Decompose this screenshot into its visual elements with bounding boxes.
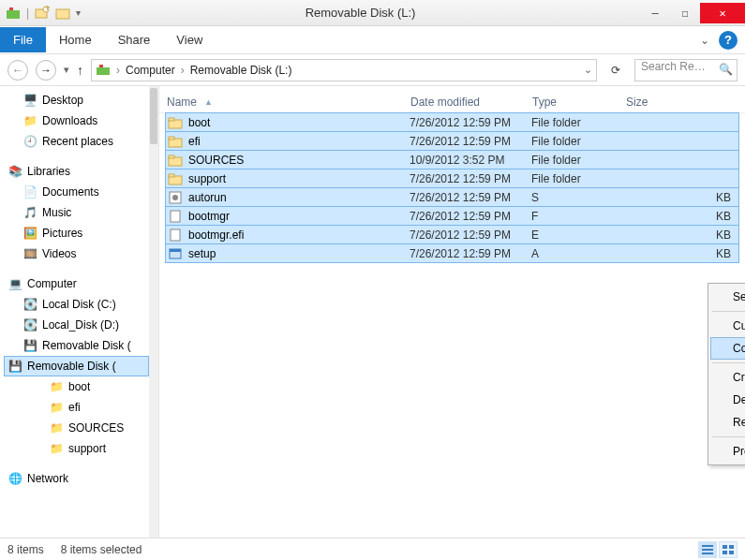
help-button[interactable]: ? xyxy=(719,31,738,50)
up-button[interactable]: ↑ xyxy=(77,63,83,78)
nav-music[interactable]: 🎵Music xyxy=(4,202,149,223)
svg-rect-19 xyxy=(171,229,180,241)
search-icon: 🔍 xyxy=(719,63,733,76)
nav-documents[interactable]: 📄Documents xyxy=(4,182,149,202)
back-button[interactable]: ← xyxy=(7,60,28,81)
nav-folder-support[interactable]: 📁support xyxy=(4,438,149,459)
file-row[interactable]: boot7/26/2012 12:59 PMFile folder xyxy=(165,112,739,132)
nav-scrollbar[interactable] xyxy=(149,86,158,538)
maximize-button[interactable]: ☐ xyxy=(670,3,700,23)
col-date[interactable]: Date modified xyxy=(410,92,532,112)
svg-rect-0 xyxy=(7,10,20,19)
status-bar: 8 items 8 items selected xyxy=(0,538,745,560)
ribbon: File Home Share View ⌄ ? xyxy=(0,26,745,54)
address-bar: ← → ▾ ↑ › Computer › Removable Disk (L:)… xyxy=(0,54,745,86)
drive-icon: 💽 xyxy=(22,297,37,312)
computer-icon: 💻 xyxy=(7,276,22,291)
address-dropdown-icon[interactable]: ⌄ xyxy=(584,64,592,76)
nav-local-disk-d[interactable]: 💽Local_Disk (D:) xyxy=(4,315,149,335)
history-dropdown-icon[interactable]: ▾ xyxy=(64,64,69,76)
nav-removable-1[interactable]: 💾Removable Disk ( xyxy=(4,335,149,356)
svg-rect-26 xyxy=(729,545,734,549)
column-headers: Name▲ Date modified Type Size xyxy=(159,86,745,113)
nav-desktop[interactable]: 🖥️Desktop xyxy=(4,90,149,111)
sort-asc-icon: ▲ xyxy=(204,97,213,107)
chevron-right-icon[interactable]: › xyxy=(181,64,185,77)
view-icons-button[interactable] xyxy=(719,541,738,558)
col-size[interactable]: Size xyxy=(626,92,738,112)
svg-text:+: + xyxy=(44,6,50,14)
menu-create-shortcut[interactable]: Create shortcut xyxy=(710,366,745,389)
menu-send-to[interactable]: Send to▶ xyxy=(710,286,745,308)
file-type: A xyxy=(531,247,625,260)
breadcrumb[interactable]: › Computer › Removable Disk (L:) ⌄ xyxy=(91,59,597,81)
menu-separator xyxy=(712,311,745,312)
file-row[interactable]: SOURCES10/9/2012 3:52 PMFile folder xyxy=(165,150,739,169)
svg-rect-23 xyxy=(702,549,713,551)
status-item-count: 8 items xyxy=(7,543,44,556)
folder-icon xyxy=(168,115,183,130)
nav-recent[interactable]: 🕘Recent places xyxy=(4,131,149,152)
menu-cut[interactable]: Cut xyxy=(710,315,745,337)
breadcrumb-computer[interactable]: Computer xyxy=(126,64,175,77)
svg-rect-27 xyxy=(723,551,727,554)
nav-local-disk-c[interactable]: 💽Local Disk (C:) xyxy=(4,294,149,315)
menu-delete[interactable]: Delete xyxy=(710,389,745,411)
svg-rect-7 xyxy=(99,65,103,67)
folder-icon: 📁 xyxy=(49,400,64,415)
removable-icon: 💾 xyxy=(22,338,37,353)
menu-rename[interactable]: Rename xyxy=(710,411,745,434)
svg-rect-9 xyxy=(169,118,174,121)
status-selected-count: 8 items selected xyxy=(61,543,142,556)
svg-rect-22 xyxy=(702,545,713,547)
nav-folder-boot[interactable]: 📁boot xyxy=(4,376,149,397)
file-name: support xyxy=(188,172,226,185)
search-placeholder: Search Re… xyxy=(641,60,706,73)
desktop-icon: 🖥️ xyxy=(22,93,37,108)
file-name: bootmgr xyxy=(188,210,230,223)
file-size: KB xyxy=(625,228,738,242)
view-details-button[interactable] xyxy=(698,541,717,558)
nav-network[interactable]: 🌐Network xyxy=(4,468,149,489)
file-type: F xyxy=(531,210,625,223)
nav-computer[interactable]: 💻Computer xyxy=(4,273,149,294)
file-row[interactable]: bootmgr.efi7/26/2012 12:59 PMEKB xyxy=(165,225,739,244)
tab-file[interactable]: File xyxy=(0,27,46,52)
nav-videos[interactable]: 🎞️Videos xyxy=(4,243,149,264)
breadcrumb-current[interactable]: Removable Disk (L:) xyxy=(190,64,292,77)
qat-sep: | xyxy=(26,7,29,20)
tab-view[interactable]: View xyxy=(163,27,216,52)
menu-copy[interactable]: Copy xyxy=(710,337,745,360)
nav-libraries[interactable]: 📚Libraries xyxy=(4,161,149,182)
nav-folder-sources[interactable]: 📁SOURCES xyxy=(4,418,149,438)
menu-separator xyxy=(712,362,745,363)
file-row[interactable]: support7/26/2012 12:59 PMFile folder xyxy=(165,169,739,188)
file-row[interactable]: efi7/26/2012 12:59 PMFile folder xyxy=(165,131,739,151)
minimize-button[interactable]: — xyxy=(640,3,670,23)
file-date: 7/26/2012 12:59 PM xyxy=(410,116,531,129)
documents-icon: 📄 xyxy=(22,184,37,199)
chevron-right-icon[interactable]: › xyxy=(116,64,120,77)
nav-removable-2[interactable]: 💾Removable Disk ( xyxy=(4,356,149,376)
file-row[interactable]: setup7/26/2012 12:59 PMAKB xyxy=(165,243,739,263)
forward-button[interactable]: → xyxy=(36,60,56,81)
ribbon-expand-icon[interactable]: ⌄ xyxy=(700,34,709,47)
col-type[interactable]: Type xyxy=(532,92,626,112)
new-folder-icon[interactable]: + xyxy=(35,6,50,21)
close-button[interactable]: ✕ xyxy=(700,3,745,23)
search-input[interactable]: Search Re… 🔍 xyxy=(634,59,738,81)
col-name[interactable]: Name▲ xyxy=(167,92,410,112)
exe-icon xyxy=(168,246,183,261)
refresh-button[interactable]: ⟳ xyxy=(604,64,627,77)
svg-rect-6 xyxy=(97,67,110,75)
file-row[interactable]: autorun7/26/2012 12:59 PMSKB xyxy=(165,187,739,207)
file-date: 7/26/2012 12:59 PM xyxy=(410,172,531,185)
nav-pictures[interactable]: 🖼️Pictures xyxy=(4,223,149,243)
explorer-icon[interactable] xyxy=(55,6,70,21)
tab-home[interactable]: Home xyxy=(46,27,105,52)
nav-folder-efi[interactable]: 📁efi xyxy=(4,397,149,418)
tab-share[interactable]: Share xyxy=(105,27,164,52)
nav-downloads[interactable]: 📁Downloads xyxy=(4,111,149,131)
file-row[interactable]: bootmgr7/26/2012 12:59 PMFKB xyxy=(165,206,739,226)
menu-properties[interactable]: Properties xyxy=(710,440,745,463)
